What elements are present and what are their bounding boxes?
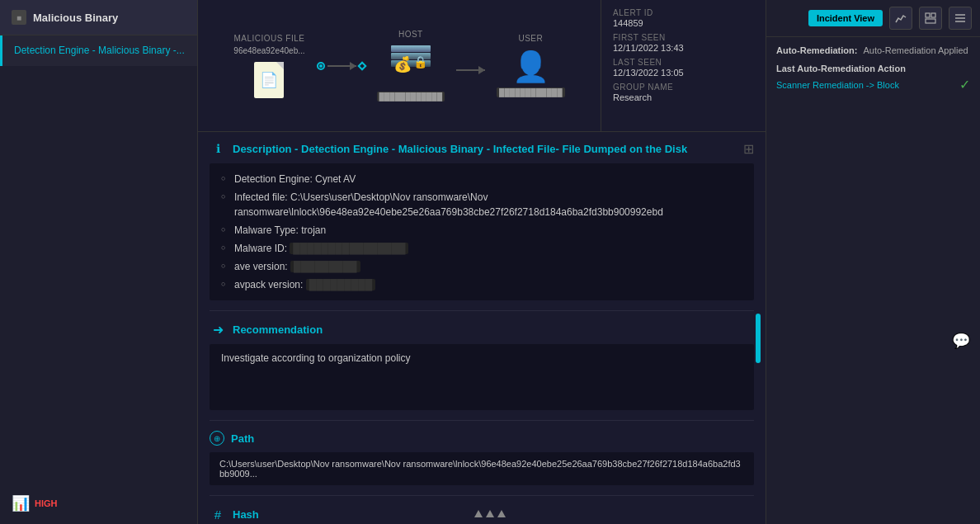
auto-remediation-row: Auto-Remediation: Auto-Remediation Appli… (776, 45, 970, 55)
list-item: Malware ID: ████████████████ (221, 241, 742, 256)
recommendation-body: Investigate according to organization po… (210, 344, 754, 410)
first-seen-row: FIRST SEEN 12/11/2022 13:43 (613, 33, 754, 53)
host-value-redacted: ████████████ (377, 92, 445, 101)
comment-icon-button[interactable]: 💬 (952, 332, 970, 350)
recommendation-title: Recommendation (233, 323, 323, 336)
list-icon-button[interactable] (949, 7, 972, 30)
detail-content: ℹ Description - Detection Engine - Malic… (198, 132, 766, 524)
expand-icon[interactable]: ⊞ (743, 141, 754, 157)
chart-icon-button[interactable] (889, 7, 912, 30)
last-seen-row: LAST SEEN 12/13/2022 13:05 (613, 58, 754, 78)
list-icon (954, 12, 966, 24)
top-panel: MALICIOUS FILE 96e48ea92e40eb... 📄 (198, 0, 766, 132)
hash-icon: # (210, 506, 226, 522)
recommendation-section-header: ➜ Recommendation (210, 321, 754, 338)
avpack-version-redacted: █████████ (306, 279, 376, 290)
alert-info-panel: ALERT ID 144859 FIRST SEEN 12/11/2022 13… (601, 0, 766, 131)
description-section: ℹ Description - Detection Engine - Malic… (210, 140, 754, 311)
path-section-header: ⊕ Path (210, 431, 754, 446)
visualization-area: MALICIOUS FILE 96e48ea92e40eb... 📄 (198, 0, 601, 131)
check-icon: ✓ (959, 77, 970, 92)
last-action-value-row: Scanner Remediation -> Block ✓ (776, 77, 970, 92)
layout-icon-button[interactable] (919, 7, 942, 30)
path-title: Path (231, 432, 254, 445)
svg-rect-0 (926, 13, 930, 17)
alert-id-row: ALERT ID 144859 (613, 8, 754, 28)
description-list: Detection Engine: Cynet AV Infected file… (221, 172, 742, 292)
chart-icon (895, 12, 907, 24)
ave-version-redacted: █████████ (290, 261, 360, 272)
severity-badge: 📊 HIGH (12, 494, 186, 512)
right-panel-toolbar: Incident View (766, 0, 980, 37)
list-item: Infected file: C:\Users\user\Desktop\Nov… (221, 190, 742, 220)
last-action-value: Scanner Remediation -> Block (776, 80, 899, 90)
info-icon: ℹ (210, 140, 226, 157)
recommendation-icon: ➜ (210, 321, 226, 338)
path-icon: ⊕ (210, 431, 224, 446)
sidebar-nav-detection-engine[interactable]: Detection Engine - Malicious Binary -... (0, 35, 197, 66)
svg-rect-2 (926, 19, 935, 23)
list-item: Detection Engine: Cynet AV (221, 172, 742, 186)
svg-rect-1 (931, 13, 935, 17)
file-icon: 📄 (254, 62, 284, 98)
list-item: ave version: █████████ (221, 259, 742, 274)
malicious-file-node: MALICIOUS FILE 96e48ea92e40eb... 📄 (233, 34, 304, 98)
layout-icon (925, 12, 936, 24)
path-section: ⊕ Path C:\Users\user\Desktop\Nov ransomw… (210, 431, 754, 496)
comment-area: 💬 (776, 101, 970, 350)
path-value: C:\Users\user\Desktop\Nov ransomware\Nov… (210, 452, 754, 485)
hash-section-header: # Hash (210, 506, 754, 522)
hash-section: # Hash 96E48EA92E40EBE25E26AA769B38CBE27… (210, 506, 754, 524)
group-name-row: GROUP NAME Research (613, 83, 754, 102)
host-node: HOST 💰 🔒 ████████████ (377, 30, 445, 101)
sidebar-title: Malicious Binary (33, 12, 118, 24)
malware-id-redacted: ████████████████ (290, 243, 408, 254)
auto-remediation-label: Auto-Remediation: Auto-Remediation Appli… (776, 45, 970, 55)
hash-title: Hash (233, 508, 259, 521)
user-node: USER 👤 ████████████ (497, 34, 565, 97)
last-action-title: Last Auto-Remediation Action (776, 64, 970, 73)
right-panel: Incident View Auto-Remediation: (766, 0, 980, 524)
sidebar: ■ Malicious Binary Detection Engine - Ma… (0, 0, 198, 524)
severity-icon: 📊 (12, 494, 30, 512)
main-area: MALICIOUS FILE 96e48ea92e40eb... 📄 (198, 0, 766, 524)
user-avatar-icon: 👤 (512, 50, 549, 84)
last-action-row: Last Auto-Remediation Action Scanner Rem… (776, 64, 970, 92)
description-section-title: Description - Detection Engine - Malicio… (233, 143, 687, 155)
list-item: avpack version: █████████ (221, 277, 742, 292)
sidebar-header: ■ Malicious Binary (0, 0, 197, 35)
malicious-binary-icon: ■ (12, 10, 26, 25)
list-item: Malware Type: trojan (221, 223, 742, 238)
scroll-indicator (756, 314, 761, 363)
recommendation-section: ➜ Recommendation Investigate according t… (210, 321, 754, 421)
incident-view-button[interactable]: Incident View (808, 10, 883, 26)
description-body: Detection Engine: Cynet AV Infected file… (210, 163, 754, 300)
description-section-header: ℹ Description - Detection Engine - Malic… (210, 140, 754, 157)
right-panel-content: Auto-Remediation: Auto-Remediation Appli… (766, 37, 980, 358)
user-value-redacted: ████████████ (497, 87, 565, 97)
